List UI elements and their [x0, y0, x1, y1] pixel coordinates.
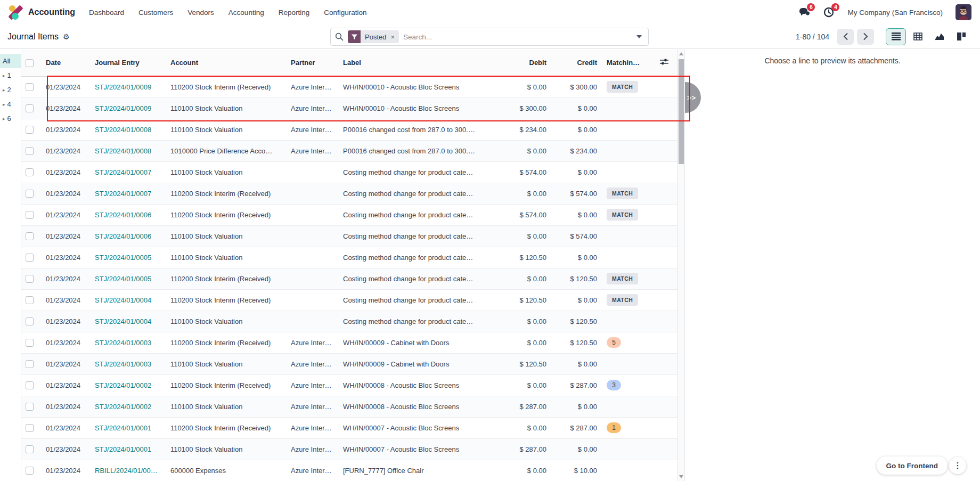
pager-next-button[interactable]	[857, 29, 874, 45]
matching-number-badge[interactable]: 5	[607, 337, 621, 348]
table-row[interactable]: 01/23/2024 STJ/2024/01/0001 110200 Stock…	[21, 417, 677, 438]
journal-entry-link[interactable]: STJ/2024/01/0007	[95, 168, 151, 176]
row-checkbox[interactable]	[26, 104, 34, 112]
row-checkbox[interactable]	[26, 232, 34, 240]
row-checkbox[interactable]	[26, 190, 34, 198]
search-dropdown-caret-icon[interactable]	[636, 35, 642, 38]
menu-reporting[interactable]: Reporting	[279, 9, 310, 17]
table-row[interactable]: 01/23/2024 STJ/2024/01/0003 110200 Stock…	[21, 332, 677, 353]
optional-columns-button[interactable]	[660, 58, 668, 66]
row-checkbox[interactable]	[26, 254, 34, 262]
messages-button[interactable]: 6	[798, 6, 810, 18]
view-switch-pivot[interactable]	[908, 28, 928, 45]
match-button[interactable]: MATCH	[607, 81, 638, 93]
journal-entry-link[interactable]: STJ/2024/01/0009	[95, 104, 151, 112]
frontend-kebab-button[interactable]: ⋮	[949, 457, 966, 474]
journal-entry-link[interactable]: STJ/2024/01/0008	[95, 147, 151, 155]
view-switch-list[interactable]	[886, 28, 906, 45]
row-checkbox[interactable]	[26, 339, 34, 347]
table-row[interactable]: 01/23/2024 STJ/2024/01/0005 110100 Stock…	[21, 247, 677, 268]
journal-entry-link[interactable]: STJ/2024/01/0003	[95, 360, 151, 368]
match-button[interactable]: MATCH	[607, 209, 638, 221]
table-row[interactable]: 01/23/2024 STJ/2024/01/0001 110100 Stock…	[21, 438, 677, 460]
column-header-label[interactable]: Label	[339, 50, 493, 76]
row-checkbox[interactable]	[26, 381, 34, 389]
table-row[interactable]: 01/23/2024 STJ/2024/01/0004 110100 Stock…	[21, 311, 677, 332]
search-bar[interactable]: Posted ×	[330, 28, 649, 46]
journal-entry-link[interactable]: RBILL/2024/01/00…	[95, 467, 158, 475]
match-button[interactable]: MATCH	[607, 294, 638, 306]
select-all-checkbox[interactable]	[26, 59, 34, 67]
row-checkbox[interactable]	[26, 83, 34, 91]
table-row[interactable]: 01/23/2024 RBILL/2024/01/00… 600000 Expe…	[21, 460, 677, 481]
row-checkbox[interactable]	[26, 317, 34, 325]
group-item-1[interactable]: ▸ 1	[0, 68, 21, 83]
journal-entry-link[interactable]: STJ/2024/01/0007	[95, 190, 151, 198]
column-header-credit[interactable]: Credit	[552, 50, 602, 76]
row-checkbox[interactable]	[26, 296, 34, 304]
journal-entry-link[interactable]: STJ/2024/01/0001	[95, 424, 151, 432]
table-row[interactable]: 01/23/2024 STJ/2024/01/0002 110100 Stock…	[21, 396, 677, 417]
journal-entry-link[interactable]: STJ/2024/01/0002	[95, 381, 151, 389]
menu-configuration[interactable]: Configuration	[324, 9, 366, 17]
journal-entry-link[interactable]: STJ/2024/01/0009	[95, 83, 151, 91]
accounting-app-icon[interactable]	[9, 5, 23, 20]
search-input[interactable]	[403, 33, 636, 41]
table-row[interactable]: 01/23/2024 STJ/2024/01/0008 110100 Stock…	[21, 119, 677, 140]
journal-entry-link[interactable]: STJ/2024/01/0004	[95, 296, 151, 304]
table-row[interactable]: 01/23/2024 STJ/2024/01/0002 110200 Stock…	[21, 374, 677, 396]
table-row[interactable]: 01/23/2024 STJ/2024/01/0008 1010000 Pric…	[21, 140, 677, 161]
column-header-partner[interactable]: Partner	[287, 50, 339, 76]
menu-dashboard[interactable]: Dashboard	[89, 9, 124, 17]
menu-vendors[interactable]: Vendors	[187, 9, 214, 17]
table-row[interactable]: 01/23/2024 STJ/2024/01/0006 110200 Stock…	[21, 204, 677, 225]
row-checkbox[interactable]	[26, 211, 34, 219]
journal-entry-link[interactable]: STJ/2024/01/0002	[95, 403, 151, 411]
expand-attachments-button[interactable]: >>	[685, 82, 701, 113]
view-switch-kanban[interactable]	[951, 28, 971, 45]
pager-previous-button[interactable]	[837, 29, 854, 45]
journal-entry-link[interactable]: STJ/2024/01/0006	[95, 211, 151, 219]
journal-entry-link[interactable]: STJ/2024/01/0001	[95, 445, 151, 453]
journal-entry-link[interactable]: STJ/2024/01/0005	[95, 254, 151, 262]
menu-accounting[interactable]: Accounting	[228, 9, 264, 17]
column-header-account[interactable]: Account	[166, 50, 287, 76]
matching-number-badge[interactable]: 1	[607, 422, 621, 433]
vertical-scrollbar[interactable]	[677, 50, 684, 481]
column-header-matching[interactable]: Matchin…	[602, 50, 656, 76]
group-item-2[interactable]: ▸ 2	[0, 83, 21, 97]
scrollbar-up-arrow-icon[interactable]	[679, 52, 683, 55]
row-checkbox[interactable]	[26, 275, 34, 283]
row-checkbox[interactable]	[26, 126, 34, 134]
action-gear-icon[interactable]: ⚙	[63, 32, 70, 41]
row-checkbox[interactable]	[26, 403, 34, 411]
view-switch-graph[interactable]	[929, 28, 950, 45]
table-row[interactable]: 01/23/2024 STJ/2024/01/0009 110100 Stock…	[21, 97, 677, 119]
user-avatar[interactable]	[956, 4, 971, 20]
journal-entry-link[interactable]: STJ/2024/01/0005	[95, 275, 151, 283]
activities-button[interactable]: 4	[823, 6, 835, 18]
row-checkbox[interactable]	[26, 360, 34, 368]
match-button[interactable]: MATCH	[607, 273, 638, 284]
journal-entry-link[interactable]: STJ/2024/01/0006	[95, 232, 151, 240]
column-header-date[interactable]: Date	[42, 50, 91, 76]
table-row[interactable]: 01/23/2024 STJ/2024/01/0009 110200 Stock…	[21, 76, 677, 97]
table-row[interactable]: 01/23/2024 STJ/2024/01/0007 110100 Stock…	[21, 161, 677, 183]
scrollbar-thumb[interactable]	[679, 59, 684, 164]
journal-entry-link[interactable]: STJ/2024/01/0008	[95, 126, 151, 134]
row-checkbox[interactable]	[26, 445, 34, 453]
row-checkbox[interactable]	[26, 168, 34, 176]
group-item-4[interactable]: ▸ 4	[0, 97, 21, 111]
journal-entry-link[interactable]: STJ/2024/01/0003	[95, 339, 151, 347]
table-row[interactable]: 01/23/2024 STJ/2024/01/0003 110100 Stock…	[21, 353, 677, 374]
row-checkbox[interactable]	[26, 147, 34, 155]
matching-number-badge[interactable]: 3	[607, 380, 621, 390]
match-button[interactable]: MATCH	[607, 187, 638, 199]
company-name[interactable]: My Company (San Francisco)	[847, 9, 943, 17]
facet-remove-icon[interactable]: ×	[389, 33, 399, 41]
row-checkbox[interactable]	[26, 424, 34, 432]
table-row[interactable]: 01/23/2024 STJ/2024/01/0007 110200 Stock…	[21, 183, 677, 204]
table-row[interactable]: 01/23/2024 STJ/2024/01/0006 110100 Stock…	[21, 225, 677, 247]
scrollbar-down-arrow-icon[interactable]	[679, 475, 683, 478]
column-header-debit[interactable]: Debit	[493, 50, 552, 76]
